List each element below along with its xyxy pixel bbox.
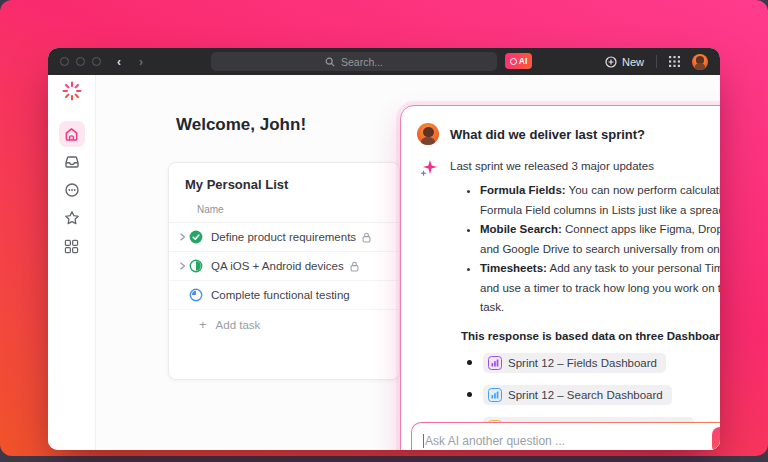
plus-circle-icon (605, 56, 617, 68)
toolbar-divider (656, 55, 657, 68)
dashboard-chip[interactable]: Sprint 12 – Search Dashboard (483, 385, 672, 405)
inbox-icon (64, 154, 80, 170)
task-name: Define product requirements (211, 231, 356, 243)
expand-chevron-icon[interactable] (179, 233, 186, 241)
answer-bullet: Timesheets: Add any task to your persona… (480, 259, 720, 318)
ask-ai-input-bar: ↑ (411, 422, 720, 450)
main-content: Welcome, John! My Personal List Name Def… (96, 75, 720, 450)
search-icon (325, 57, 335, 67)
ai-sparkle-icon (419, 159, 437, 177)
bullet-dot (467, 360, 472, 365)
user-avatar[interactable] (692, 54, 708, 70)
sidebar-item-inbox[interactable] (59, 149, 85, 175)
search-bar[interactable]: Search... (211, 52, 497, 71)
new-button[interactable]: New (605, 56, 644, 68)
answer-bullet: Formula Fields: You can now perform calc… (480, 181, 720, 220)
status-in-review-icon[interactable] (189, 288, 203, 302)
ai-answer-intro: Last sprint we released 3 major updates (450, 158, 654, 174)
more-circle-icon (64, 182, 80, 198)
star-icon (64, 210, 80, 226)
add-task-button[interactable]: + Add task (169, 310, 399, 331)
task-row[interactable]: Define product requirements (169, 223, 399, 252)
task-row[interactable]: Complete functional testing (169, 281, 399, 310)
text-caret (423, 434, 424, 448)
status-complete-icon[interactable] (189, 230, 203, 244)
window-controls (60, 57, 101, 66)
logo-burst-icon (62, 81, 82, 101)
window-close-button[interactable] (60, 57, 69, 66)
dashboard-source-row: Sprint 12 – Fields Dashboard (467, 352, 720, 374)
column-header-name: Name (169, 204, 399, 223)
sidebar-item-dashboards[interactable] (59, 233, 85, 259)
bar-chart-blue-icon (488, 388, 502, 402)
ask-ai-input[interactable] (425, 423, 715, 450)
answer-bullet: Mobile Search: Connect apps like Figma, … (480, 220, 720, 259)
plus-icon: + (199, 318, 207, 331)
app-window: ‹ › Search... AI New (48, 48, 720, 450)
status-in-progress-icon[interactable] (189, 259, 203, 273)
ai-answer-bullets: Formula Fields: You can now perform calc… (480, 181, 720, 318)
home-icon (64, 127, 79, 142)
bullet-dot (467, 392, 472, 397)
task-row[interactable]: QA iOS + Android devices (169, 252, 399, 281)
sidebar-item-favorites[interactable] (59, 205, 85, 231)
window-zoom-button[interactable] (92, 57, 101, 66)
lock-icon (350, 261, 359, 272)
ai-button[interactable]: AI (505, 53, 532, 69)
forward-chevron-icon[interactable]: › (139, 56, 143, 68)
dashboard-chip[interactable]: Sprint 12 – Fields Dashboard (483, 353, 666, 373)
dashboards-grid-icon (64, 239, 79, 254)
task-name: QA iOS + Android devices (211, 260, 344, 272)
sidebar-item-logo[interactable] (62, 81, 82, 105)
page-title: Welcome, John! (176, 115, 306, 135)
user-question: What did we deliver last sprint? (450, 127, 645, 142)
dashboard-source-row: Sprint 12 – Search Dashboard (467, 384, 720, 406)
user-avatar (417, 123, 439, 145)
sidebar-item-home[interactable] (59, 121, 85, 147)
task-name: Complete functional testing (211, 289, 350, 301)
sidebar (48, 75, 96, 450)
list-title: My Personal List (169, 163, 399, 204)
title-bar: ‹ › Search... AI New (48, 48, 720, 75)
ai-chat-panel: What did we deliver last sprint? Last sp… (400, 105, 720, 450)
apps-grid-icon[interactable] (669, 56, 680, 67)
bar-chart-purple-icon (488, 356, 502, 370)
sidebar-item-more[interactable] (59, 177, 85, 203)
lock-icon (362, 232, 371, 243)
window-minimize-button[interactable] (76, 57, 85, 66)
sources-heading: This response is based data on three Das… (461, 330, 720, 342)
ai-logo-icon (510, 58, 517, 65)
back-chevron-icon[interactable]: ‹ (117, 56, 121, 68)
expand-chevron-icon[interactable] (179, 262, 186, 270)
personal-list-card: My Personal List Name Define product req… (168, 162, 400, 380)
search-placeholder: Search... (341, 56, 383, 68)
